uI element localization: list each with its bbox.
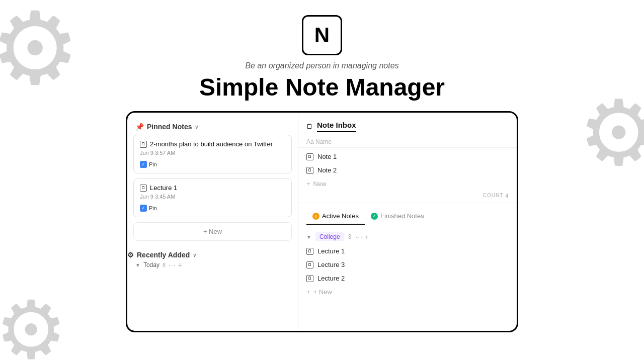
college-tag: College [315,232,344,241]
tab-active-notes-label: Active Notes [322,212,359,220]
inbox-count-row: COUNT 4 [298,191,517,203]
active-notes-add-new[interactable]: + + New [298,285,517,299]
today-group-row[interactable]: ▼ Today 8 ··· + [127,259,298,271]
pin-label-1: Pin [149,161,157,167]
today-add-icon[interactable]: + [178,261,182,269]
note-icon-2: 🗒 [140,185,147,192]
tab-finished-notes[interactable]: ✓ Finished Notes [365,208,430,225]
note-icon-1: 🗒 [140,141,147,148]
inbox-note-icon-1: 🗒 [306,153,313,160]
pinned-card-1-date: Jun 9 3:57 AM [140,150,285,156]
tab-active-notes[interactable]: ! Active Notes [306,208,365,225]
pinned-card-1-pin[interactable]: ✓ Pin [140,161,157,168]
lecture-note-icon-2: 🗒 [306,275,313,282]
main-title: Simple Note Manager [199,73,445,101]
pinned-chevron: ∨ [195,124,198,130]
pinned-card-2-title-row: 🗒 Lecture 1 [140,184,285,192]
inbox-row-1-title: Note 1 [317,153,337,160]
pinned-card-2-pin[interactable]: ✓ Pin [140,205,157,212]
inbox-table-header: Aa Name [298,136,517,148]
left-panel: 📌 Pinned Notes ∨ 🗒 2-months plan to buil… [127,113,298,331]
pin-icon: 📌 [135,123,144,131]
app-window: 📌 Pinned Notes ∨ 🗒 2-months plan to buil… [126,111,518,332]
pinned-notes-header[interactable]: 📌 Pinned Notes ∨ [127,123,298,135]
tabs-row: ! Active Notes ✓ Finished Notes [298,208,517,225]
pinned-card-1-title: 2-months plan to build audience on Twitt… [150,140,273,148]
college-group-actions[interactable]: ··· + [355,233,369,241]
active-add-plus: + [306,288,310,296]
lecture-row-1[interactable]: 🗒 Lecture 1 [298,244,517,258]
pinned-notes-label: Pinned Notes [147,123,192,131]
inbox-row-2-title: Note 2 [317,166,337,174]
lecture-row-3-title: Lecture 3 [317,261,345,268]
college-more-icon[interactable]: ··· [355,233,363,241]
inbox-add-new[interactable]: + New [298,177,517,191]
today-label: Today [143,261,159,268]
lecture-row-3[interactable]: 🗒 Lecture 3 [298,258,517,272]
college-group-row[interactable]: ▼ College 3 ··· + [298,229,517,244]
new-button-label: + New [203,228,222,235]
header: N Be an organized person in managing not… [0,0,644,111]
section-divider [298,203,517,203]
tab-finished-notes-label: Finished Notes [380,212,424,220]
today-more-icon[interactable]: ··· [169,261,176,269]
active-add-label: + New [313,288,332,296]
today-count: 8 [163,262,166,268]
inbox-title: Note Inbox [317,121,356,132]
app-logo: N [302,15,342,55]
today-chevron: ▼ [135,262,140,268]
finished-notes-icon: ✓ [371,213,378,220]
right-panel: 🗒 Note Inbox Aa Name 🗒 Note 1 🗒 Note 2 +… [298,113,517,331]
gear-bg-bottom-left: ⚙ [0,283,67,362]
count-label: COUNT [483,193,504,199]
inbox-title-row: 🗒 Note Inbox [298,121,517,132]
group-chevron: ▼ [306,234,311,240]
inbox-note-icon-2: 🗒 [306,167,313,174]
tagline: Be an organized person in managing notes [245,61,398,70]
inbox-icon: 🗒 [306,123,313,130]
lecture-row-1-title: Lecture 1 [317,247,345,255]
recently-added-label: Recently Added [137,251,190,259]
pinned-card-2-date: Jun 9 3:45 AM [140,194,285,200]
logo-letter: N [314,23,330,47]
inbox-row-1[interactable]: 🗒 Note 1 [298,150,517,163]
add-new-plus: + [306,180,310,188]
name-col-label: Aa Name [306,138,332,145]
college-group-count: 3 [348,233,352,240]
add-new-label: New [313,180,327,188]
pinned-card-2-title: Lecture 1 [150,184,177,192]
pin-check-icon: ✓ [140,161,147,168]
active-notes-icon: ! [312,213,319,220]
recently-chevron: ∨ [193,252,196,258]
pinned-card-1[interactable]: 🗒 2-months plan to build audience on Twi… [133,135,292,173]
pinned-card-1-title-row: 🗒 2-months plan to build audience on Twi… [140,140,285,148]
inbox-row-2[interactable]: 🗒 Note 2 [298,163,517,177]
count-value: 4 [505,193,509,199]
today-group-actions[interactable]: ··· + [169,261,182,269]
college-add-icon[interactable]: + [365,233,369,241]
lecture-row-2[interactable]: 🗒 Lecture 2 [298,272,517,285]
lecture-row-2-title: Lecture 2 [317,275,345,282]
recently-icon: ⚙ [127,251,134,259]
pin-check-icon-2: ✓ [140,205,147,212]
lecture-note-icon-1: 🗒 [306,248,313,255]
lecture-note-icon-3: 🗒 [306,261,313,268]
recently-added-header[interactable]: ⚙ Recently Added ∨ [127,246,298,259]
pin-label-2: Pin [149,205,157,211]
pinned-card-2[interactable]: 🗒 Lecture 1 Jun 9 3:45 AM ✓ Pin [133,178,292,217]
new-button[interactable]: + New [133,222,292,241]
